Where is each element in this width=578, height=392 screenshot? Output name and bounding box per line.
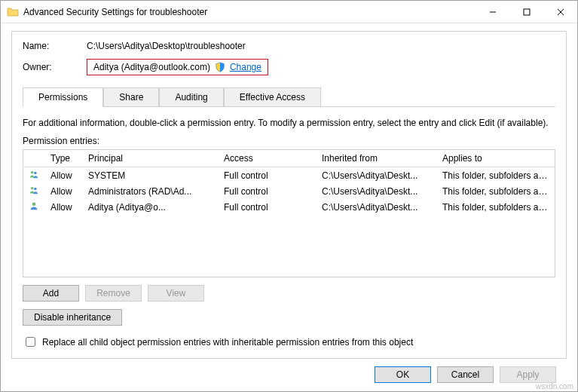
grid-header: Type Principal Access Inherited from App… bbox=[23, 150, 555, 167]
info-text: For additional information, double-click… bbox=[23, 118, 555, 128]
svg-point-4 bbox=[31, 171, 34, 174]
cell-applies: This folder, subfolders and files bbox=[436, 168, 555, 183]
name-row: Name: C:\Users\Aditya\Desktop\troublesho… bbox=[23, 41, 555, 51]
col-access-header[interactable]: Access bbox=[218, 150, 316, 167]
col-type-header[interactable]: Type bbox=[44, 150, 82, 167]
users-icon bbox=[29, 170, 38, 181]
main-panel: Name: C:\Users\Aditya\Desktop\troublesho… bbox=[11, 31, 567, 359]
apply-button[interactable]: Apply bbox=[500, 366, 556, 383]
col-inherited-header[interactable]: Inherited from bbox=[316, 150, 436, 167]
table-row[interactable]: Allow Aditya (Aditya@o... Full control C… bbox=[23, 199, 555, 215]
name-label: Name: bbox=[23, 41, 87, 51]
cell-applies: This folder, subfolders and files bbox=[436, 200, 555, 215]
folder-icon bbox=[7, 6, 19, 18]
cell-principal: SYSTEM bbox=[82, 168, 218, 183]
svg-point-7 bbox=[34, 188, 37, 191]
shield-icon bbox=[215, 62, 225, 72]
col-principal-header[interactable]: Principal bbox=[82, 150, 218, 167]
replace-children-row: Replace all child object permission entr… bbox=[23, 335, 555, 349]
permission-entries-grid: Type Principal Access Inherited from App… bbox=[23, 149, 555, 277]
watermark: wsxdn.com bbox=[536, 382, 573, 390]
svg-point-8 bbox=[32, 203, 36, 207]
titlebar: Advanced Security Settings for troublesh… bbox=[1, 1, 577, 23]
table-row[interactable]: Allow SYSTEM Full control C:\Users\Adity… bbox=[23, 167, 555, 183]
col-icon-header[interactable] bbox=[23, 150, 44, 167]
dialog-footer: OK Cancel Apply bbox=[11, 359, 567, 386]
cell-type: Allow bbox=[44, 184, 82, 199]
replace-children-label: Replace all child object permission entr… bbox=[42, 337, 413, 348]
tab-share[interactable]: Share bbox=[103, 87, 159, 106]
tab-permissions[interactable]: Permissions bbox=[23, 87, 103, 107]
window-frame: Advanced Security Settings for troublesh… bbox=[0, 0, 578, 392]
name-value: C:\Users\Aditya\Desktop\troubleshooter bbox=[87, 41, 246, 51]
cell-applies: This folder, subfolders and files bbox=[436, 184, 555, 199]
entry-buttons: Add Remove View bbox=[23, 285, 555, 302]
content-area: Name: C:\Users\Aditya\Desktop\troublesho… bbox=[1, 23, 577, 392]
minimize-button[interactable] bbox=[476, 1, 509, 23]
cell-inherited: C:\Users\Aditya\Deskt... bbox=[316, 200, 436, 215]
permission-entries-label: Permission entries: bbox=[23, 136, 555, 146]
svg-point-6 bbox=[31, 187, 34, 190]
maximize-button[interactable] bbox=[509, 1, 543, 23]
owner-value: Aditya (Aditya@outlook.com) bbox=[93, 62, 210, 72]
cell-principal: Aditya (Aditya@o... bbox=[82, 200, 218, 215]
owner-box: Aditya (Aditya@outlook.com) Change bbox=[87, 59, 268, 75]
cancel-button[interactable]: Cancel bbox=[437, 366, 494, 383]
user-icon bbox=[29, 202, 38, 213]
disable-inheritance-button[interactable]: Disable inheritance bbox=[23, 309, 122, 326]
col-applies-header[interactable]: Applies to bbox=[436, 150, 555, 167]
cell-inherited: C:\Users\Aditya\Deskt... bbox=[316, 168, 436, 183]
cell-access: Full control bbox=[218, 184, 316, 199]
view-button[interactable]: View bbox=[148, 285, 204, 302]
cell-principal: Administrators (RAD\Ad... bbox=[82, 184, 218, 199]
cell-access: Full control bbox=[218, 168, 316, 183]
close-button[interactable] bbox=[543, 1, 577, 23]
svg-point-5 bbox=[34, 172, 37, 175]
add-button[interactable]: Add bbox=[23, 285, 79, 302]
window-title: Advanced Security Settings for troublesh… bbox=[23, 7, 207, 17]
table-row[interactable]: Allow Administrators (RAD\Ad... Full con… bbox=[23, 183, 555, 199]
remove-button[interactable]: Remove bbox=[85, 285, 142, 302]
svg-rect-1 bbox=[524, 9, 530, 15]
tab-strip: Permissions Share Auditing Effective Acc… bbox=[23, 87, 555, 107]
owner-label: Owner: bbox=[23, 62, 87, 72]
change-owner-link[interactable]: Change bbox=[230, 62, 261, 72]
cell-type: Allow bbox=[44, 168, 82, 183]
cell-inherited: C:\Users\Aditya\Deskt... bbox=[316, 184, 436, 199]
owner-row: Owner: Aditya (Aditya@outlook.com) Chang… bbox=[23, 59, 555, 75]
users-icon bbox=[29, 186, 38, 197]
ok-button[interactable]: OK bbox=[375, 366, 431, 383]
tab-auditing[interactable]: Auditing bbox=[159, 87, 223, 106]
cell-access: Full control bbox=[218, 200, 316, 215]
tab-effective-access[interactable]: Effective Access bbox=[224, 87, 321, 106]
replace-children-checkbox[interactable] bbox=[26, 337, 35, 347]
cell-type: Allow bbox=[44, 200, 82, 215]
